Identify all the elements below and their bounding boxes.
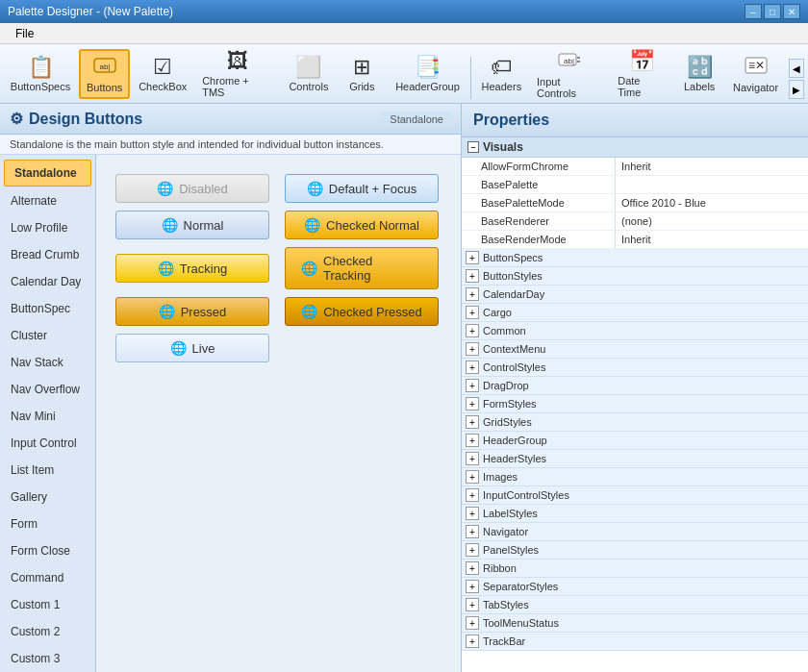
toolbar-nav[interactable]: ◀ ▶: [789, 59, 804, 99]
toolbar-btn-controls[interactable]: ⬜ Controls: [283, 49, 336, 99]
props-row-base-render-mode: BaseRenderMode Inherit: [462, 231, 808, 249]
button-specs-icon: 📋: [28, 57, 54, 78]
sidebar-item-nav-mini[interactable]: Nav Mini: [0, 403, 95, 430]
toolbar-btn-date-time[interactable]: 📅 Date Time: [611, 49, 672, 99]
btn-tracking[interactable]: 🌐 Tracking: [115, 254, 269, 283]
chrome-tms-icon: 🖼: [227, 51, 248, 72]
button-row-live: 🌐 Live: [115, 334, 442, 362]
globe-icon-live: 🌐: [170, 340, 187, 356]
sidebar-item-form[interactable]: Form: [0, 510, 95, 537]
expand-icon-tab-styles: +: [466, 598, 479, 611]
toolbar-btn-grids[interactable]: ⊞ Grids: [337, 49, 387, 99]
toolbar-nav-prev[interactable]: ◀: [789, 59, 804, 78]
menu-file[interactable]: File: [8, 25, 41, 42]
props-expand-images[interactable]: + Images: [462, 468, 808, 486]
btn-checked-pressed[interactable]: 🌐 Checked Pressed: [285, 297, 439, 326]
maximize-button[interactable]: □: [764, 4, 781, 19]
sidebar-item-custom-3[interactable]: Custom 3: [0, 645, 95, 672]
sidebar-item-calendar-day[interactable]: Calendar Day: [0, 268, 95, 295]
toolbar-btn-labels[interactable]: 🔡 Labels: [674, 49, 724, 99]
props-expand-separator-styles[interactable]: + SeparatorStyles: [462, 578, 808, 596]
globe-icon-disabled: 🌐: [157, 181, 173, 196]
props-expand-button-styles[interactable]: + ButtonStyles: [462, 267, 808, 286]
props-expand-navigator[interactable]: + Navigator: [462, 523, 808, 541]
props-expand-header-group[interactable]: + HeaderGroup: [462, 432, 808, 450]
btn-default-focus[interactable]: 🌐 Default + Focus: [285, 174, 439, 203]
right-panel: Properties – Visuals AllowFormChrome Inh…: [462, 104, 808, 672]
grids-icon: ⊞: [353, 57, 370, 78]
close-button[interactable]: ✕: [783, 4, 800, 19]
expand-icon-tool-menu-status: +: [466, 616, 479, 630]
toolbar-btn-button-specs[interactable]: 📋 ButtonSpecs: [4, 49, 77, 99]
btn-disabled[interactable]: 🌐 Disabled: [115, 174, 269, 203]
sidebar-item-form-close[interactable]: Form Close: [0, 537, 95, 564]
toolbar-btn-input-controls[interactable]: ab| Input Controls: [530, 49, 609, 99]
props-expand-form-styles[interactable]: + FormStyles: [462, 395, 808, 413]
minimize-button[interactable]: –: [745, 4, 762, 19]
button-row-1: 🌐 Disabled 🌐 Default + Focus: [115, 174, 442, 203]
props-expand-button-specs[interactable]: + ButtonSpecs: [462, 249, 808, 267]
globe-icon-checked-pressed: 🌐: [301, 304, 317, 319]
toolbar-btn-navigator[interactable]: ≡✕ Navigator: [726, 49, 785, 99]
toolbar-btn-buttons[interactable]: ab| Buttons: [79, 49, 130, 99]
expand-icon-label-styles: +: [466, 507, 479, 520]
expand-icon-button-styles: +: [466, 269, 479, 283]
props-expand-ribbon[interactable]: + Ribbon: [462, 560, 808, 578]
toolbar-separator-1: [470, 57, 471, 99]
props-row-base-palette: BasePalette: [462, 176, 808, 194]
panel-title: ⚙ Design Buttons: [10, 110, 142, 128]
props-expand-common[interactable]: + Common: [462, 322, 808, 340]
sidebar-item-low-profile[interactable]: Low Profile: [0, 214, 95, 241]
sidebar-item-list-item[interactable]: List Item: [0, 457, 95, 484]
sidebar-item-bread-crumb[interactable]: Bread Crumb: [0, 241, 95, 268]
expand-icon-header-group: +: [466, 434, 479, 447]
controls-icon: ⬜: [295, 57, 321, 78]
design-buttons-icon: ⚙: [10, 110, 23, 128]
props-expand-context-menu[interactable]: + ContextMenu: [462, 340, 808, 359]
toolbar-btn-checkbox[interactable]: ☑ CheckBox: [132, 49, 193, 99]
props-expand-track-bar[interactable]: + TrackBar: [462, 633, 808, 651]
window-controls[interactable]: – □ ✕: [745, 4, 800, 19]
btn-checked-tracking[interactable]: 🌐 Checked Tracking: [285, 247, 439, 289]
props-expand-grid-styles[interactable]: + GridStyles: [462, 413, 808, 432]
toolbar-btn-header-group[interactable]: 📑 HeaderGroup: [389, 49, 466, 99]
sidebar-item-nav-overflow[interactable]: Nav Overflow: [0, 376, 95, 403]
expand-icon-separator-styles: +: [466, 580, 479, 593]
btn-checked-normal[interactable]: 🌐 Checked Normal: [285, 211, 439, 239]
toolbar-nav-next[interactable]: ▶: [789, 80, 804, 99]
btn-pressed[interactable]: 🌐 Pressed: [115, 297, 269, 326]
sidebar-item-custom-1[interactable]: Custom 1: [0, 591, 95, 618]
date-time-icon: 📅: [629, 51, 655, 72]
sidebar-item-standalone[interactable]: Standalone: [4, 160, 91, 187]
globe-icon-tracking: 🌐: [158, 261, 174, 276]
expand-icon-control-styles: +: [466, 361, 479, 374]
navigator-icon: ≡✕: [745, 56, 768, 79]
props-expand-calendar-day[interactable]: + CalendarDay: [462, 286, 808, 304]
props-row-base-palette-mode: BasePaletteMode Office 2010 - Blue: [462, 194, 808, 212]
sidebar-item-command[interactable]: Command: [0, 564, 95, 591]
btn-normal[interactable]: 🌐 Normal: [115, 211, 269, 239]
props-expand-panel-styles[interactable]: + PanelStyles: [462, 541, 808, 560]
toolbar-btn-chrome-tms[interactable]: 🖼 Chrome + TMS: [195, 49, 280, 99]
toolbar-btn-headers[interactable]: 🏷 Headers: [475, 49, 528, 99]
sidebar-item-nav-stack[interactable]: Nav Stack: [0, 349, 95, 376]
props-expand-control-styles[interactable]: + ControlStyles: [462, 359, 808, 377]
props-expand-input-control-styles[interactable]: + InputControlStyles: [462, 486, 808, 505]
sidebar-item-cluster[interactable]: Cluster: [0, 322, 95, 349]
sidebar-item-custom-2[interactable]: Custom 2: [0, 618, 95, 645]
props-expand-label-styles[interactable]: + LabelStyles: [462, 505, 808, 523]
expand-icon-grid-styles: +: [466, 415, 479, 429]
expand-icon-ribbon: +: [466, 561, 479, 575]
btn-live[interactable]: 🌐 Live: [115, 334, 269, 362]
sidebar-item-gallery[interactable]: Gallery: [0, 484, 95, 510]
sidebar-item-alternate[interactable]: Alternate: [0, 187, 95, 214]
props-row-allow-form-chrome: AllowFormChrome Inherit: [462, 158, 808, 176]
sidebar-item-button-spec[interactable]: ButtonSpec: [0, 295, 95, 322]
props-expand-drag-drop[interactable]: + DragDrop: [462, 377, 808, 395]
props-expand-tab-styles[interactable]: + TabStyles: [462, 596, 808, 614]
sidebar-item-input-control[interactable]: Input Control: [0, 430, 95, 457]
props-expand-cargo[interactable]: + Cargo: [462, 304, 808, 322]
visuals-section-header[interactable]: – Visuals: [462, 137, 808, 158]
props-expand-header-styles[interactable]: + HeaderStyles: [462, 450, 808, 468]
props-expand-tool-menu-status[interactable]: + ToolMenuStatus: [462, 614, 808, 633]
